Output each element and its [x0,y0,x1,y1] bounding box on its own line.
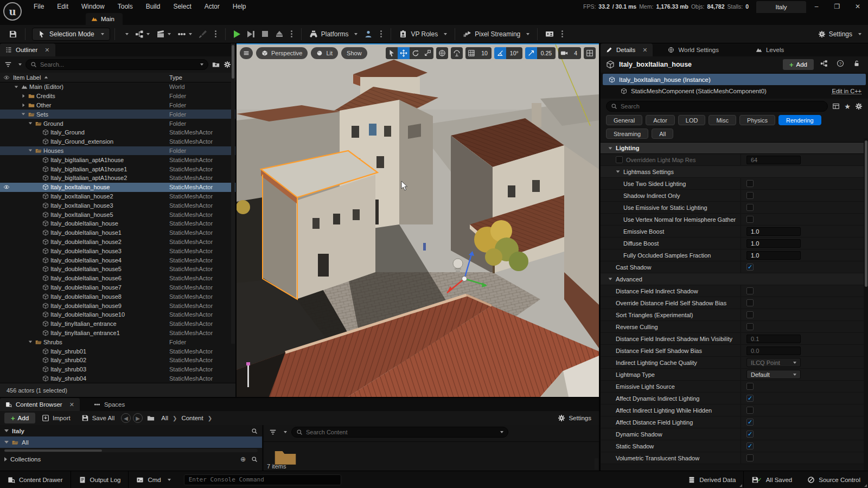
edit-in-cpp-link[interactable]: Edit in C++ [832,88,861,94]
outliner-row-italy-doubleitalian-house5[interactable]: Italy_doubleItalian_house5StaticMeshActo… [0,265,235,274]
checkbox[interactable] [746,180,754,187]
surface-snap-button[interactable] [451,47,463,59]
property-row-lighting[interactable]: Lighting [601,143,868,154]
outliner-row-italy-boxitalian-house5[interactable]: Italy_boxItalian_house5StaticMeshActor [0,210,235,219]
checkbox[interactable]: ✓ [746,395,754,402]
cmd-dropdown[interactable]: Cmd [129,471,178,488]
cb-import-button[interactable]: Import [37,414,75,422]
output-log-button[interactable]: Output Log [71,471,129,488]
value-field[interactable]: 1.0 [746,227,801,236]
outliner-row-italy-doubleitalian-house9[interactable]: Italy_doubleItalian_house9StaticMeshActo… [0,301,235,310]
details-scrollbar[interactable] [864,138,868,471]
outliner-row-italy-doubleitalian-house2[interactable]: Italy_doubleItalian_house2StaticMeshActo… [0,237,235,247]
platforms-dropdown[interactable]: Platforms [306,30,361,38]
checkbox[interactable] [746,204,754,211]
details-search[interactable] [606,101,828,112]
cb-horizontal-scrollbar[interactable] [4,449,258,452]
virtual-camera-button[interactable] [361,30,376,38]
category-chip-actor[interactable]: Actor [646,115,675,125]
play-modes-button[interactable] [174,30,195,38]
value-field[interactable]: 1.0 [746,251,801,260]
outliner-row-italy-bigitalian-apta1house1[interactable]: Italy_bigItalian_aptA1house1StaticMeshAc… [0,164,235,174]
outliner-settings-gear-icon[interactable] [224,61,231,68]
category-chip-streaming[interactable]: Streaming [606,129,648,139]
cinematics-button[interactable] [153,30,174,38]
close-icon[interactable]: ✕ [69,401,74,408]
filter-chevron[interactable] [18,63,22,66]
scale-tool-button[interactable] [422,47,433,59]
outliner-column-header[interactable]: Item Label Type [0,73,235,82]
menu-help[interactable]: Help [227,1,252,12]
display-options-icon[interactable] [832,102,840,110]
menu-tools[interactable]: Tools [112,1,138,12]
checkbox[interactable] [746,454,754,461]
checkbox[interactable] [746,323,754,330]
editor-settings-dropdown[interactable]: Settings [818,30,861,38]
filter-icon[interactable] [4,61,12,68]
menu-select[interactable]: Select [168,1,196,12]
outliner-row-italy-doubleitalian-house6[interactable]: Italy_doubleItalian_house6StaticMeshActo… [0,274,235,283]
outliner-row-italy-boxitalian-house2[interactable]: Italy_boxItalian_house2StaticMeshActor [0,192,235,201]
tab-details[interactable]: Details ✕ [601,43,653,56]
vp-roles-dropdown[interactable]: VP Roles [395,30,450,38]
component-row[interactable]: StaticMeshComponent (StaticMeshComponent… [603,85,866,97]
eject-button[interactable] [272,28,286,41]
category-chip-misc[interactable]: Misc [709,115,736,125]
landscape-button[interactable] [195,30,210,38]
camera-speed-value[interactable]: 4 [570,47,581,59]
cb-folder-all[interactable]: All [0,436,262,448]
outliner-row-italy-doubleitalian-house7[interactable]: Italy_doubleItalian_house7StaticMeshActo… [0,283,235,292]
cb-search-input[interactable] [306,429,494,435]
checkbox[interactable]: ✓ [746,431,754,438]
select-tool-button[interactable] [386,47,398,59]
category-chip-general[interactable]: General [606,115,642,125]
forward-arrow-icon[interactable]: ▶ [133,413,143,423]
dropdown-field[interactable]: ILCQ Point [746,358,801,367]
value-field[interactable]: 0.1 [746,335,801,343]
presence-button[interactable] [542,30,557,38]
dropdown-field[interactable]: Default [746,370,801,379]
property-row-advanced[interactable]: Advanced [601,273,868,285]
search-icon[interactable] [251,428,258,434]
tab-levels[interactable]: Levels [748,43,792,56]
component-row[interactable]: Italy_boxItalian_house (Instance) [603,74,866,85]
content-drawer-button[interactable]: Content Drawer [0,471,71,488]
category-chip-rendering[interactable]: Rendering [778,115,821,125]
minimize-button[interactable]: – [806,0,827,13]
menu-edit[interactable]: Edit [52,1,74,12]
close-icon[interactable]: ✕ [642,47,647,54]
cb-settings-dropdown[interactable]: Settings [558,414,591,422]
expander-icon[interactable] [20,113,27,115]
console-command-input[interactable] [189,476,336,483]
scale-snap-value[interactable]: 0.25 [537,47,556,59]
filter-chevron[interactable] [284,431,287,433]
pixel-streaming-dropdown[interactable]: Pixel Streaming [459,30,533,38]
blueprints-button[interactable] [132,30,153,38]
toolbar-overflow-dots[interactable] [210,30,221,37]
new-folder-icon[interactable] [212,61,220,68]
outliner-search-input[interactable] [40,61,194,68]
outliner-row-italy-bigitalian-apta1house2[interactable]: Italy_bigItalian_aptA1house2StaticMeshAc… [0,174,235,183]
console-command-field[interactable] [184,474,341,485]
details-search-input[interactable] [621,103,823,110]
checkbox[interactable]: ✓ [746,264,754,271]
checkbox[interactable] [746,287,754,294]
breadcrumb-all[interactable]: All [159,415,170,421]
outliner-row-italy-shrub02[interactable]: Italy_shrub02StaticMeshActor [0,356,235,365]
project-tab[interactable]: Italy [756,1,806,13]
outliner-row-italy-ground[interactable]: Italy_GroundStaticMeshActor [0,128,235,137]
category-chip-physics[interactable]: Physics [739,115,775,125]
lit-dropdown[interactable]: Lit [311,47,338,59]
menu-build[interactable]: Build [141,1,166,12]
checkbox[interactable]: ✓ [746,419,754,426]
breadcrumb-content[interactable]: Content [179,415,205,421]
cb-section-italy[interactable]: Italy [0,425,262,436]
outliner-row-other[interactable]: OtherFolder [0,101,235,110]
expander-icon[interactable] [20,103,27,107]
selection-mode-dropdown[interactable]: Selection Mode [32,28,110,41]
help-icon[interactable]: ? [834,60,846,69]
outliner-row-italy-ground-extension[interactable]: Italy_Ground_extensionStaticMeshActor [0,137,235,146]
expander-icon[interactable] [27,341,34,343]
tab-outliner[interactable]: Outliner ✕ [0,43,55,56]
favorites-star-icon[interactable]: ★ [844,102,851,111]
